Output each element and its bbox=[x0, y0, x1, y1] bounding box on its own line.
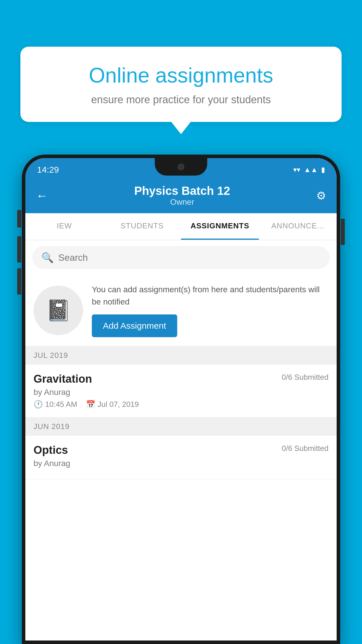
assignment-top: Gravitation 0/6 Submitted bbox=[34, 373, 328, 385]
volume-down-button bbox=[17, 236, 21, 262]
app-header: ← Physics Batch 12 Owner ⚙ bbox=[25, 179, 337, 213]
volume-up-button bbox=[17, 210, 21, 228]
battery-icon: ▮ bbox=[321, 166, 325, 174]
settings-button[interactable]: ⚙ bbox=[316, 189, 326, 202]
signal-icon: ▲▲ bbox=[304, 166, 318, 174]
assignment-by-optics: by Anurag bbox=[34, 459, 328, 468]
section-header-jul: JUL 2019 bbox=[25, 346, 337, 365]
tabs-container: IEW STUDENTS ASSIGNMENTS ANNOUNCE... bbox=[25, 213, 337, 240]
assignment-meta: 🕐 10:45 AM 📅 Jul 07, 2019 bbox=[34, 400, 328, 409]
phone-screen: 14:29 ▾▾ ▲▲ ▮ ← Physics Batch 12 Owner ⚙… bbox=[25, 158, 337, 640]
status-icons: ▾▾ ▲▲ ▮ bbox=[293, 166, 325, 174]
silent-button bbox=[17, 268, 21, 295]
search-bar[interactable]: 🔍 bbox=[32, 246, 330, 269]
assignment-item-optics[interactable]: Optics 0/6 Submitted by Anurag bbox=[25, 436, 337, 480]
speech-bubble: Online assignments ensure more practice … bbox=[20, 47, 342, 122]
promo-content: You can add assignment(s) from here and … bbox=[92, 284, 328, 337]
phone-frame: 14:29 ▾▾ ▲▲ ▮ ← Physics Batch 12 Owner ⚙… bbox=[22, 155, 340, 644]
assignment-top-optics: Optics 0/6 Submitted bbox=[34, 444, 328, 456]
clock-icon: 🕐 bbox=[34, 400, 43, 409]
assignment-name: Gravitation bbox=[34, 373, 92, 385]
promo-icon-circle: 📓 bbox=[34, 286, 83, 335]
assignment-date: 📅 Jul 07, 2019 bbox=[86, 400, 139, 409]
search-container: 🔍 bbox=[25, 240, 337, 275]
speech-bubble-subtitle: ensure more practice for your students bbox=[38, 94, 324, 106]
tab-assignments[interactable]: ASSIGNMENTS bbox=[181, 213, 259, 240]
phone-notch bbox=[155, 158, 207, 176]
section-header-jun: JUN 2019 bbox=[25, 417, 337, 436]
tab-students[interactable]: STUDENTS bbox=[103, 213, 181, 240]
assignment-name-optics: Optics bbox=[34, 444, 68, 456]
camera bbox=[178, 164, 184, 170]
search-icon: 🔍 bbox=[41, 252, 54, 263]
assignment-item-gravitation[interactable]: Gravitation 0/6 Submitted by Anurag 🕐 10… bbox=[25, 365, 337, 417]
speech-bubble-container: Online assignments ensure more practice … bbox=[20, 47, 342, 122]
header-title: Physics Batch 12 bbox=[48, 184, 316, 197]
calendar-icon: 📅 bbox=[86, 400, 95, 409]
back-button[interactable]: ← bbox=[36, 189, 48, 203]
speech-bubble-title: Online assignments bbox=[38, 63, 324, 88]
assignment-submitted-optics: 0/6 Submitted bbox=[282, 444, 328, 453]
notebook-icon: 📓 bbox=[46, 298, 71, 322]
assignment-time: 🕐 10:45 AM bbox=[34, 400, 77, 409]
tab-iew[interactable]: IEW bbox=[25, 213, 103, 240]
promo-text: You can add assignment(s) from here and … bbox=[92, 284, 328, 308]
assignment-by: by Anurag bbox=[34, 388, 328, 397]
header-subtitle: Owner bbox=[48, 197, 316, 207]
promo-card: 📓 You can add assignment(s) from here an… bbox=[25, 275, 337, 346]
header-center: Physics Batch 12 Owner bbox=[48, 184, 316, 207]
search-input[interactable] bbox=[58, 252, 321, 263]
power-button bbox=[341, 219, 345, 245]
assignment-submitted: 0/6 Submitted bbox=[282, 373, 328, 382]
status-time: 14:29 bbox=[37, 165, 59, 175]
add-assignment-button[interactable]: Add Assignment bbox=[92, 314, 177, 337]
wifi-icon: ▾▾ bbox=[293, 166, 300, 174]
tab-announcements[interactable]: ANNOUNCE... bbox=[259, 213, 337, 240]
